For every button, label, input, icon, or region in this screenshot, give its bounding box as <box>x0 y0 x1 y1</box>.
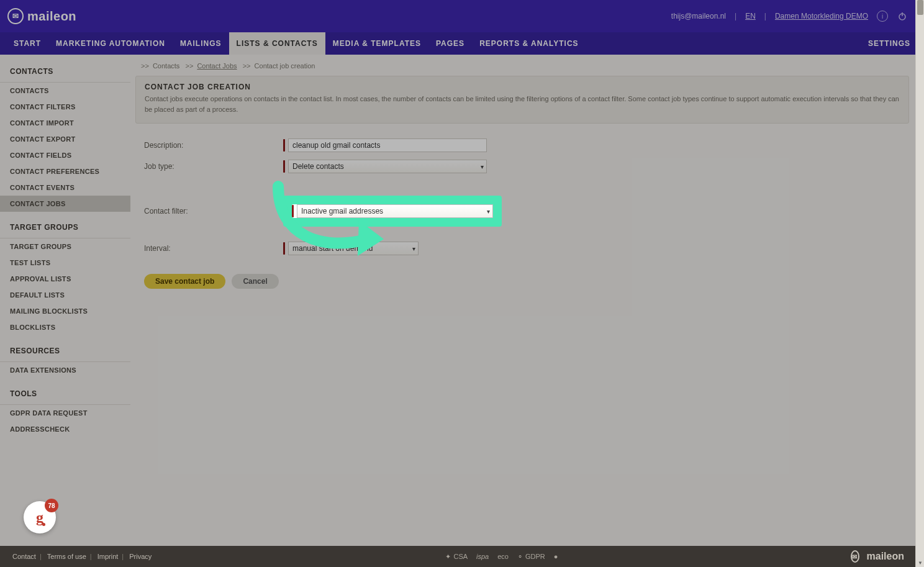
top-bar: ✉ maileon thijs@maileon.nl | EN | Damen … <box>0 0 924 32</box>
sidebar-item-contacts[interactable]: CONTACTS <box>0 83 130 99</box>
nav-marketing-automation[interactable]: Marketing Automation <box>48 32 173 55</box>
sidebar-item-contact-jobs[interactable]: CONTACT JOBS <box>0 196 130 212</box>
select-job-type-value: Delete contacts <box>292 162 344 171</box>
nav-media-templates[interactable]: Media & Templates <box>325 32 428 55</box>
sidebar-item-approval-lists[interactable]: APPROVAL LISTS <box>0 271 130 287</box>
sidebar-title-tools: TOOLS <box>0 383 130 405</box>
breadcrumbs: >> Contacts >> Contact Jobs >> Contact j… <box>135 60 909 76</box>
user-email: thijs@maileon.nl <box>671 12 726 20</box>
highlight-contact-filter: Inactive gmail addresses ▾ <box>283 196 502 227</box>
sidebar-item-contact-import[interactable]: CONTACT IMPORT <box>0 115 130 131</box>
sidebar-item-addresscheck[interactable]: ADDRESSCHECK <box>0 421 130 437</box>
footer-link-imprint[interactable]: Imprint <box>97 553 119 560</box>
brand-logo: ✉ maileon <box>7 8 76 24</box>
footer-logo: ✉ maileon <box>851 550 904 563</box>
required-indicator <box>292 205 294 217</box>
required-indicator <box>283 139 285 152</box>
scroll-thumb[interactable] <box>917 0 923 15</box>
badge-gsl: ● <box>554 553 558 560</box>
contact-job-form: Description: Job type: Delete contacts ▾ <box>135 132 909 289</box>
scroll-down-icon[interactable]: ▼ <box>916 558 924 567</box>
language-switch[interactable]: EN <box>745 12 756 20</box>
badge-csa: ✦CSA <box>445 553 468 561</box>
footer-badges: ✦CSA ispa eco ⚬GDPR ● <box>445 553 558 561</box>
header-right: thijs@maileon.nl | EN | Damen Motorkledi… <box>671 11 908 22</box>
sidebar-title-target-groups: TARGET GROUPS <box>0 217 130 238</box>
nav-mailings[interactable]: Mailings <box>173 32 229 55</box>
sidebar-item-mailing-blocklists[interactable]: MAILING BLOCKLISTS <box>0 303 130 319</box>
select-job-type[interactable]: Delete contacts ▾ <box>288 160 487 173</box>
select-contact-filter[interactable]: Inactive gmail addresses ▾ <box>297 204 493 218</box>
nav-reports-analytics[interactable]: Reports & Analytics <box>472 32 586 55</box>
breadcrumb-contact-jobs[interactable]: Contact Jobs <box>197 62 237 70</box>
chevron-down-icon: ▾ <box>487 208 490 215</box>
brand-name: maileon <box>27 9 76 24</box>
footer: Contact| Terms of use| Imprint| Privacy … <box>0 546 915 567</box>
select-interval[interactable]: manual start on demand ▾ <box>288 242 419 255</box>
footer-links: Contact| Terms of use| Imprint| Privacy <box>11 553 153 560</box>
chevron-down-icon: ▾ <box>412 245 415 252</box>
badge-ispa: ispa <box>476 553 489 560</box>
main-nav: Start Marketing Automation Mailings List… <box>0 32 924 55</box>
footer-logo-text: maileon <box>867 551 904 562</box>
label-job-type: Job type: <box>144 162 283 171</box>
badge-gdpr: ⚬GDPR <box>517 553 545 561</box>
badge-eco: eco <box>497 553 509 560</box>
save-contact-job-button[interactable]: Save contact job <box>144 274 225 289</box>
page-body: CONTACTS CONTACTS CONTACT FILTERS CONTAC… <box>0 55 924 546</box>
sidebar-title-resources: RESOURCES <box>0 340 130 362</box>
dot-icon <box>42 523 45 526</box>
sidebar-item-gdpr[interactable]: GDPR DATA REQUEST <box>0 405 130 421</box>
breadcrumb-contact-job-creation: Contact job creation <box>255 62 315 70</box>
panel-description: Contact jobs execute operations on conta… <box>145 94 900 114</box>
sidebar-item-contact-events[interactable]: CONTACT EVENTS <box>0 179 130 196</box>
form-actions: Save contact job Cancel <box>144 274 909 289</box>
select-interval-value: manual start on demand <box>292 244 373 253</box>
label-description: Description: <box>144 141 283 150</box>
sidebar-item-test-lists[interactable]: TEST LISTS <box>0 255 130 271</box>
tenant-switch[interactable]: Damen Motorkleding DEMO <box>775 12 868 20</box>
logout-icon[interactable] <box>897 11 908 22</box>
panel-contact-job-creation: CONTACT JOB CREATION Contact jobs execut… <box>135 76 909 124</box>
sidebar-item-contact-export[interactable]: CONTACT EXPORT <box>0 131 130 147</box>
label-interval: Interval: <box>144 244 283 253</box>
info-icon[interactable]: i <box>877 11 888 22</box>
separator: | <box>735 12 736 20</box>
separator: | <box>764 12 766 20</box>
chevron-down-icon: ▾ <box>481 163 484 170</box>
required-indicator <box>283 242 285 255</box>
sidebar: CONTACTS CONTACTS CONTACT FILTERS CONTAC… <box>0 55 130 546</box>
nav-settings[interactable]: Settings <box>861 32 918 55</box>
input-description[interactable] <box>288 138 487 152</box>
footer-link-terms[interactable]: Terms of use <box>47 553 86 560</box>
footer-link-privacy[interactable]: Privacy <box>129 553 152 560</box>
sidebar-item-target-groups[interactable]: TARGET GROUPS <box>0 238 130 255</box>
label-contact-filter: Contact filter: <box>144 207 283 215</box>
window-scrollbar[interactable]: ▲ ▼ <box>915 0 924 567</box>
panel-title: CONTACT JOB CREATION <box>145 83 900 91</box>
footer-link-contact[interactable]: Contact <box>12 553 36 560</box>
sidebar-item-contact-fields[interactable]: CONTACT FIELDS <box>0 147 130 163</box>
nav-pages[interactable]: Pages <box>428 32 472 55</box>
sidebar-item-data-extensions[interactable]: DATA EXTENSIONS <box>0 362 130 378</box>
select-contact-filter-value: Inactive gmail addresses <box>301 207 383 215</box>
cancel-button[interactable]: Cancel <box>232 274 278 289</box>
nav-start[interactable]: Start <box>6 32 48 55</box>
guide-widget[interactable]: g 78 <box>24 501 56 533</box>
sidebar-item-blocklists[interactable]: BLOCKLISTS <box>0 319 130 335</box>
brand-mark-icon: ✉ <box>7 8 24 24</box>
nav-lists-contacts[interactable]: Lists & Contacts <box>229 32 325 55</box>
breadcrumb-contacts[interactable]: Contacts <box>153 62 179 70</box>
sidebar-item-contact-filters[interactable]: CONTACT FILTERS <box>0 99 130 115</box>
sidebar-title-contacts: CONTACTS <box>0 61 130 83</box>
guide-widget-count: 78 <box>45 499 58 512</box>
required-indicator <box>283 160 285 173</box>
sidebar-item-default-lists[interactable]: DEFAULT LISTS <box>0 287 130 303</box>
sidebar-item-contact-preferences[interactable]: CONTACT PREFERENCES <box>0 163 130 179</box>
content-area: >> Contacts >> Contact Jobs >> Contact j… <box>130 55 924 546</box>
